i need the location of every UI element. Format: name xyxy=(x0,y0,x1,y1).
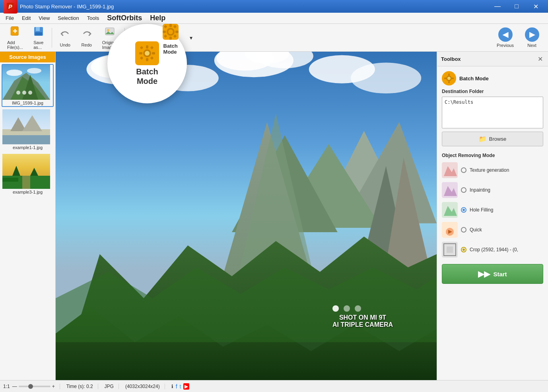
save-as-button[interactable]: Saveas... xyxy=(29,24,49,51)
start-label: Start xyxy=(493,271,507,278)
toolbox-title: Toolbox xyxy=(441,56,461,62)
svg-rect-33 xyxy=(150,56,154,60)
svg-point-78 xyxy=(447,77,451,80)
main-layout: Source Images xyxy=(0,52,548,380)
start-button[interactable]: ▶▶ Start xyxy=(442,264,543,284)
batch-mode-label: BatchMode xyxy=(163,43,178,55)
next-button[interactable]: ▶ Next xyxy=(519,25,545,51)
toolbox-panel: Toolbox ✕ Batch Mode D xyxy=(437,52,548,380)
menu-view[interactable]: View xyxy=(35,14,54,23)
radio-inpainting[interactable] xyxy=(461,187,466,193)
source-label-2: example1-1.jpg xyxy=(2,144,53,151)
svg-point-39 xyxy=(27,68,41,74)
save-as-label: Saveas... xyxy=(33,40,43,50)
dest-folder-input[interactable]: C:\Results xyxy=(442,97,543,128)
svg-rect-18 xyxy=(163,31,166,33)
menu-softorbits[interactable]: SoftOrbits xyxy=(103,12,146,24)
mode-label-inpainting: Inpainting xyxy=(470,187,490,193)
previous-button[interactable]: ◀ Previous xyxy=(492,25,518,51)
toolbox-header: Toolbox ✕ xyxy=(437,52,548,66)
status-format: JPG xyxy=(105,384,119,389)
svg-rect-80 xyxy=(448,81,450,83)
time-label: Time (s): 0.2 xyxy=(66,384,93,389)
mode-option-inpainting[interactable]: Inpainting xyxy=(442,182,543,198)
app-logo-icon: P xyxy=(3,0,17,14)
nav-buttons: ◀ Previous ▶ Next xyxy=(492,24,548,51)
source-list: IMG_1599-1.jpg xyxy=(0,62,55,380)
title-bar: P Photo Stamp Remover - IMG_1599-1.jpg —… xyxy=(0,0,548,13)
zoom-label: 1:1 xyxy=(3,384,10,389)
undo-button[interactable]: Undo xyxy=(55,27,75,49)
svg-point-61 xyxy=(351,63,421,94)
batch-mode-button[interactable]: BatchMode xyxy=(155,19,186,56)
close-button[interactable]: ✕ xyxy=(527,0,545,13)
menu-tools[interactable]: Tools xyxy=(83,14,103,23)
maximize-button[interactable]: □ xyxy=(507,0,526,13)
previous-arrow-icon: ◀ xyxy=(498,27,513,42)
browse-folder-icon: 📁 xyxy=(479,135,487,143)
source-item-2[interactable]: example1-1.jpg xyxy=(2,109,54,151)
radio-crop[interactable] xyxy=(461,247,466,252)
mode-option-crop[interactable]: Crop (2592, 1944) - (0, xyxy=(442,242,543,258)
svg-rect-29 xyxy=(152,52,155,54)
start-arrow-icon: ▶▶ xyxy=(478,269,490,279)
zoom-indicator: — + xyxy=(12,384,55,389)
zoom-slider[interactable] xyxy=(19,386,51,387)
dest-folder-label: Destination Folder xyxy=(442,89,543,94)
youtube-icon: ▶ xyxy=(183,383,189,390)
add-files-label: AddFile(s)... xyxy=(7,40,23,50)
watermark-text-line1: SHOT ON MI 9T xyxy=(332,314,393,321)
svg-point-40 xyxy=(16,91,20,95)
redo-button[interactable]: Redo xyxy=(77,27,97,49)
source-item-1[interactable]: IMG_1599-1.jpg xyxy=(2,64,54,107)
toolbar: AddFile(s)... Saveas... Undo xyxy=(0,24,548,52)
toolbox-close-button[interactable]: ✕ xyxy=(536,55,544,63)
source-panel-header: Source Images xyxy=(0,52,55,62)
dimensions-label: (4032x3024x24) xyxy=(125,384,160,389)
add-files-button[interactable]: AddFile(s)... xyxy=(3,24,27,51)
dropdown-chevron-icon: ▾ xyxy=(190,35,192,41)
radio-hole[interactable] xyxy=(461,207,466,213)
toolbar-dropdown-button[interactable]: ▾ xyxy=(187,35,195,41)
mode-label-quick: Quick xyxy=(470,227,482,233)
svg-rect-19 xyxy=(175,31,179,33)
svg-rect-8 xyxy=(35,32,42,35)
mode-option-texture[interactable]: Texture generation xyxy=(442,162,543,178)
batch-overlay-label: BatchMode xyxy=(136,67,158,86)
minimize-button[interactable]: — xyxy=(488,0,507,13)
status-bar: 1:1 — + Time (s): 0.2 JPG (4032x3024x24)… xyxy=(0,380,548,392)
svg-point-25 xyxy=(145,51,150,56)
svg-point-42 xyxy=(28,91,32,95)
canvas-area[interactable]: SHOT ON MI 9T AI TRIPLE CAMERA xyxy=(56,52,437,380)
add-files-icon xyxy=(9,26,21,39)
mode-option-quick[interactable]: Quick xyxy=(442,222,543,238)
menu-bar: File Edit View Selection Tools SoftOrbit… xyxy=(0,13,548,24)
window-title: Photo Stamp Remover - IMG_1599-1.jpg xyxy=(20,4,114,10)
svg-rect-81 xyxy=(444,78,446,79)
info-icon: ℹ xyxy=(171,384,173,389)
status-zoom: 1:1 — + xyxy=(3,384,60,389)
browse-label: Browse xyxy=(489,136,506,142)
toolbox-section-header: Batch Mode xyxy=(442,71,543,85)
undo-icon xyxy=(60,28,71,42)
radio-quick[interactable] xyxy=(461,227,466,233)
source-item-3[interactable]: example3-1.jpg xyxy=(2,153,54,196)
mode-icon-hole xyxy=(442,202,458,218)
svg-point-41 xyxy=(22,91,26,95)
mode-label-texture: Texture generation xyxy=(470,167,509,173)
menu-file[interactable]: File xyxy=(2,14,18,23)
svg-rect-32 xyxy=(140,56,143,60)
mode-option-hole[interactable]: Hole Filling xyxy=(442,202,543,218)
watermark-text-line2: AI TRIPLE CAMERA xyxy=(332,321,393,328)
dot1 xyxy=(332,305,339,312)
toolbox-gear-icon xyxy=(442,71,456,85)
toolbox-content: Batch Mode Destination Folder C:\Results… xyxy=(437,66,548,380)
radio-texture[interactable] xyxy=(461,167,466,173)
menu-edit[interactable]: Edit xyxy=(18,14,35,23)
browse-button[interactable]: 📁 Browse xyxy=(442,132,543,146)
svg-rect-26 xyxy=(146,45,148,49)
mode-icon-texture xyxy=(442,162,458,178)
svg-rect-30 xyxy=(140,46,143,49)
toolbox-section-title-text: Batch Mode xyxy=(459,76,489,82)
menu-selection[interactable]: Selection xyxy=(54,14,83,23)
